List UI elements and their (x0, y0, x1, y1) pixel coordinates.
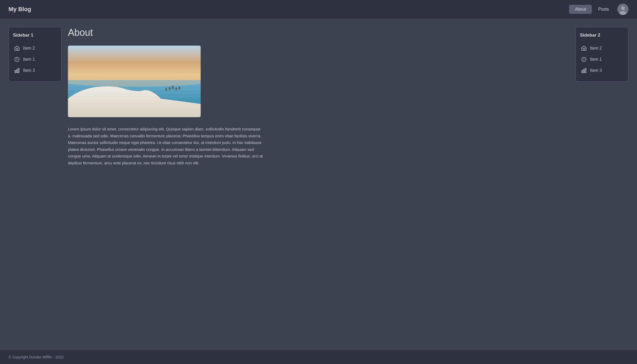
sidebar-2-item-2[interactable]: Item 2 (580, 43, 624, 54)
sidebar-1-item-3-label: Item 3 (23, 68, 35, 73)
home-icon-2 (581, 45, 587, 51)
sidebar-1-item-1-label: Item 1 (23, 57, 35, 62)
brand-title: My Blog (8, 6, 31, 13)
sidebar-1-title: Sidebar 1 (13, 33, 57, 38)
info-icon-2 (581, 56, 587, 62)
svg-rect-6 (15, 71, 16, 73)
nav-about-button[interactable]: About (569, 5, 592, 14)
svg-point-14 (172, 85, 174, 90)
sidebar-2-item-2-label: Item 2 (590, 46, 602, 51)
sidebar-1-item-2-label: Item 2 (23, 46, 35, 51)
svg-point-5 (17, 58, 17, 59)
svg-point-1 (621, 6, 625, 10)
home-icon (14, 45, 20, 51)
copyright-text: © Copyright Dunder Mifflin - 2022 (8, 355, 64, 359)
svg-point-24 (584, 58, 584, 59)
sidebar-2-item-3[interactable]: Item 3 (580, 65, 624, 76)
svg-rect-27 (585, 68, 586, 73)
nav-posts-button[interactable]: Posts (594, 5, 613, 14)
sidebar-1-item-2[interactable]: Item 2 (13, 43, 57, 54)
sidebar-1: Sidebar 1 Item 2 Item 1 (8, 27, 62, 342)
svg-rect-8 (18, 68, 19, 73)
sidebar-2-item-1-label: Item 1 (590, 57, 602, 62)
svg-point-13 (169, 87, 170, 90)
chart-icon (14, 68, 20, 73)
footer: © Copyright Dunder Mifflin - 2022 (0, 350, 637, 364)
svg-rect-26 (583, 69, 584, 73)
main-nav: About Posts (569, 4, 629, 15)
svg-rect-25 (582, 71, 583, 73)
body-text: Lorem ipsum dolor sit amet, consectetur … (68, 126, 264, 166)
sidebar-2: Sidebar 2 Item 2 Item 1 (575, 27, 629, 342)
sidebar-1-item-1[interactable]: Item 1 (13, 54, 57, 65)
sidebar-2-item-1[interactable]: Item 1 (580, 54, 624, 65)
avatar[interactable] (617, 4, 629, 15)
info-icon (14, 56, 20, 62)
sidebar-2-title: Sidebar 2 (580, 33, 624, 38)
main-content: About (68, 27, 569, 342)
page-title: About (68, 27, 569, 38)
svg-point-15 (175, 87, 177, 90)
svg-point-11 (68, 73, 201, 87)
sidebar-2-item-3-label: Item 3 (590, 68, 602, 73)
sidebar-1-item-3[interactable]: Item 3 (13, 65, 57, 76)
chart-icon-2 (581, 68, 587, 73)
hero-image (68, 46, 201, 117)
svg-rect-7 (16, 69, 18, 73)
